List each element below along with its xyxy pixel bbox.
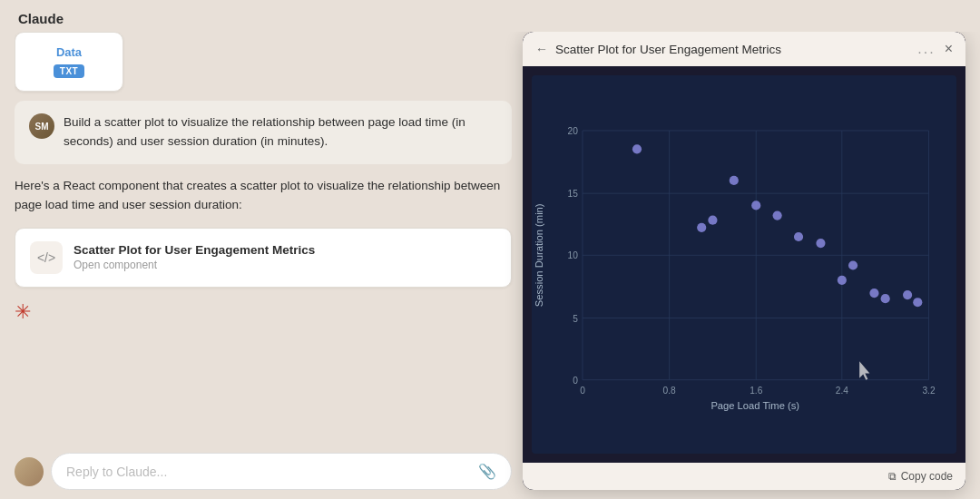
user-avatar: SM	[29, 113, 54, 139]
user-message: SM Build a scatter plot to visualize the…	[15, 101, 512, 164]
component-card[interactable]: </> Scatter Plot for User Engagement Met…	[15, 228, 512, 288]
svg-point-36	[913, 298, 922, 307]
reply-input-box[interactable]: Reply to Claude... 📎	[51, 453, 512, 490]
chart-titlebar-left: ← Scatter Plot for User Engagement Metri…	[535, 42, 781, 56]
svg-text:10: 10	[568, 250, 579, 260]
scatter-plot-svg: 0 5 10 15 20 0 0.8 1.6 2.4 3.2	[532, 75, 956, 454]
chart-footer: ⧉ Copy code	[523, 463, 965, 490]
chart-window-title: Scatter Plot for User Engagement Metrics	[555, 43, 781, 56]
svg-point-26	[730, 176, 739, 185]
svg-text:20: 20	[568, 126, 579, 136]
left-panel: Data TXT SM Build a scatter plot to visu…	[15, 32, 523, 490]
chart-titlebar-right: ... ×	[917, 41, 953, 57]
svg-point-31	[838, 276, 847, 285]
svg-text:1.6: 1.6	[750, 386, 762, 396]
reply-area: Reply to Claude... 📎	[15, 453, 512, 490]
svg-text:2.4: 2.4	[836, 386, 848, 396]
svg-text:5: 5	[573, 314, 578, 324]
svg-point-30	[816, 239, 825, 248]
chart-titlebar: ← Scatter Plot for User Engagement Metri…	[523, 32, 965, 66]
svg-point-28	[773, 210, 782, 220]
chart-window: ← Scatter Plot for User Engagement Metri…	[523, 32, 965, 490]
copy-code-label: Copy code	[901, 470, 953, 483]
code-icon: </>	[30, 241, 63, 274]
file-card[interactable]: Data TXT	[15, 32, 123, 92]
file-badge: TXT	[54, 64, 84, 78]
component-title: Scatter Plot for User Engagement Metrics	[74, 243, 315, 257]
reply-placeholder: Reply to Claude...	[66, 465, 167, 479]
file-card-label: Data	[56, 45, 82, 59]
svg-text:0: 0	[580, 386, 585, 396]
copy-icon: ⧉	[888, 470, 897, 483]
svg-text:0: 0	[573, 376, 578, 386]
svg-point-23	[632, 144, 642, 153]
svg-point-35	[903, 290, 912, 299]
svg-point-33	[869, 289, 878, 298]
component-info: Scatter Plot for User Engagement Metrics…	[74, 243, 315, 271]
svg-point-32	[848, 260, 858, 269]
svg-text:15: 15	[568, 189, 579, 199]
svg-rect-0	[532, 117, 956, 413]
assistant-message: Here's a React component that creates a …	[15, 173, 512, 219]
chart-body: 0 5 10 15 20 0 0.8 1.6 2.4 3.2	[523, 66, 965, 463]
svg-point-24	[697, 223, 706, 232]
app-title: Claude	[0, 0, 980, 32]
right-panel: ← Scatter Plot for User Engagement Metri…	[523, 32, 965, 490]
svg-point-29	[794, 232, 803, 241]
copy-code-button[interactable]: ⧉ Copy code	[888, 470, 953, 483]
svg-text:Session Duration (min): Session Duration (min)	[534, 203, 544, 307]
component-subtitle: Open component	[74, 259, 315, 271]
svg-point-27	[751, 201, 760, 210]
user-message-text: Build a scatter plot to visualize the re…	[64, 113, 497, 152]
svg-point-25	[708, 216, 717, 225]
svg-point-34	[881, 294, 890, 303]
svg-text:3.2: 3.2	[922, 386, 935, 396]
loading-indicator: ✳	[15, 297, 512, 328]
more-options-button[interactable]: ...	[917, 41, 935, 57]
svg-text:Page Load Time (s): Page Load Time (s)	[710, 400, 799, 411]
user-avatar-bottom	[15, 457, 44, 486]
back-button[interactable]: ←	[535, 42, 548, 56]
svg-text:0.8: 0.8	[663, 386, 676, 396]
close-button[interactable]: ×	[945, 41, 953, 57]
attachment-icon[interactable]: 📎	[478, 463, 496, 480]
